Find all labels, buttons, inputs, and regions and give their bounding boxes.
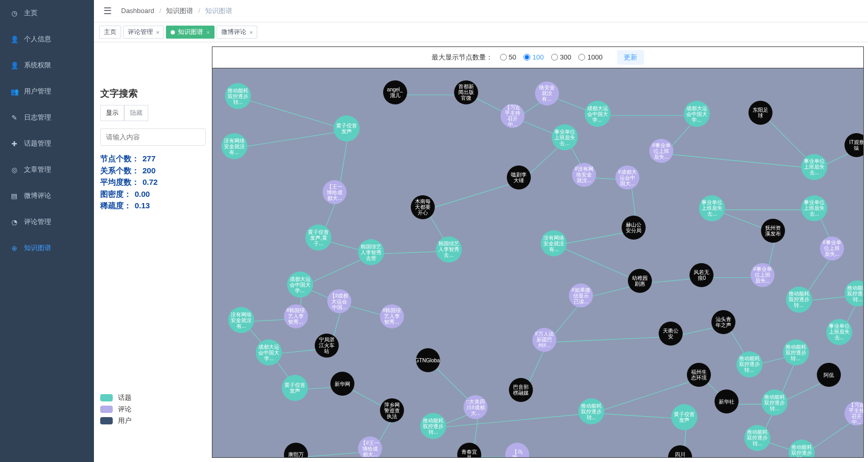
graph-node[interactable]: 推动能耗双控逐步转... [789,440,815,457]
graph-node[interactable]: 木南每天都要开心 [411,195,435,219]
graph-node[interactable]: angel_溜儿 [383,80,407,104]
graph-node[interactable]: #韩国综艺人李智秀... [284,304,308,328]
nav-label: 微博评论 [24,191,51,200]
graph-node[interactable]: 萍乡网警巡查执法 [380,398,404,422]
graph-node[interactable]: #没有网络安全就没... [572,163,596,187]
graph-node[interactable]: 【#王一博给成都大... [358,436,382,457]
graph-node[interactable]: 事业单位上班后失去... [801,154,827,180]
graph-node[interactable]: 【#成都大运会中国... [327,289,351,313]
graph-node[interactable]: IT观察猿 [845,133,863,157]
graph-node[interactable]: 宁局湛江火车站 [315,334,339,358]
nav-permission[interactable]: 👤系统权限 [0,52,94,78]
node-count-option-1000[interactable]: 1000 [578,53,602,61]
graph-node[interactable]: 成都大运会中国大学... [256,339,282,365]
hide-button[interactable]: 隐藏 [124,105,148,121]
graph-node[interactable]: 络安全就没有... [535,81,559,105]
graph-node[interactable]: 【王一博给成都大... [323,180,347,204]
graph-node[interactable]: 成都大运会中国大学... [287,271,313,298]
graph-node[interactable]: #事业单位上班后失... [751,263,775,287]
graph-node[interactable]: #如果微信显示已读... [569,283,593,307]
graph-node[interactable]: 没有网络安全就没有... [228,307,254,333]
graph-node[interactable]: 黄子佼首发声 [282,375,308,401]
show-hide-toggle[interactable]: 显示 隐藏 [100,105,206,121]
node-count-option-300[interactable]: 300 [551,53,572,61]
search-input[interactable] [100,128,206,146]
hamburger-icon[interactable]: ☰ [103,5,112,17]
graph-node[interactable]: 推动能耗双控逐步转... [578,398,604,424]
graph-node[interactable]: 新华社 [715,389,739,413]
graph-node[interactable]: 东阳足球 [748,101,772,125]
graph-node[interactable]: 事业单位上班后失去... [826,319,852,345]
graph-node[interactable]: 成都大运会中国大学... [585,101,611,127]
graph-node[interactable]: 推动能耗双控逐步转... [736,351,763,377]
tab-知识图谱[interactable]: 知识图谱× [166,26,214,39]
stat-value: 0.72 [142,176,158,188]
graph-node[interactable]: 汕头青年之声 [711,310,735,334]
nav-articles[interactable]: ◎文章管理 [0,157,94,183]
graph-node[interactable]: 黄子佼首发声 [671,404,697,430]
graph-node[interactable]: 【乌梁... [505,443,529,457]
graph-node[interactable]: 【习近平主持召开中... [501,104,525,128]
graph-node[interactable]: 首都新闻出版官微 [454,80,478,104]
graph-node[interactable]: 康熙万 [284,443,308,457]
graph-node[interactable]: 事业单位上班后失去... [699,195,725,221]
nav-users[interactable]: 👥用户管理 [0,78,94,104]
nav-logs[interactable]: ✎日志管理 [0,104,94,131]
node-count-option-50[interactable]: 50 [500,53,516,61]
tab-评论管理[interactable]: 评论管理× [123,26,164,39]
breadcrumb-b[interactable]: 知识图谱 [166,7,193,15]
graph-node[interactable]: 巴音郭楞融媒 [509,378,533,402]
graph-node[interactable]: #万人说新疆巴州#... [532,328,556,352]
nav-topics[interactable]: ✚话题管理 [0,131,94,157]
nav-profile[interactable]: 👤个人信息 [0,26,94,52]
graph-node[interactable]: 四川成... [668,445,692,457]
graph-node[interactable]: 阿侃 [817,363,841,387]
graph-node[interactable]: 事业单位上班后失去... [552,124,578,150]
graph-node[interactable]: 韩国综艺人李智秀去... [436,236,462,263]
graph-node[interactable]: 青春宜昌 [457,443,481,457]
graph-node[interactable]: 没有网络安全就没有... [541,230,567,256]
graph-node[interactable]: 推动能耗双控逐步转... [420,413,446,439]
graph-node[interactable]: 黄子佼首发声,黄子... [305,224,331,251]
nav-home[interactable]: ◷主页 [0,0,94,26]
graph-node[interactable]: 黄子佼首发声 [334,115,360,141]
graph-node[interactable]: #韩国综艺人李智秀... [380,304,404,328]
graph-node[interactable]: 推动能耗双控逐步转... [762,389,788,416]
graph-node[interactable]: 幼稚园剧惠 [628,269,652,293]
graph-node[interactable]: 抚州资溪发布 [761,219,785,243]
tab-主页[interactable]: 主页 [99,26,121,39]
close-icon[interactable]: × [156,29,159,35]
nav-kg[interactable]: ⊕知识图谱 [0,235,94,261]
graph-node[interactable]: CGTNGloba... [416,348,440,372]
graph-node[interactable]: #事业单位上班后失... [820,236,844,260]
graph-node[interactable]: 推动能耗双控逐步转... [845,280,863,306]
graph-node[interactable]: □大美四川#成都大... [463,395,487,419]
graph-node[interactable]: 成都大运会中国大学... [684,101,710,127]
nav-comments[interactable]: ◔评论管理 [0,209,94,235]
update-button[interactable]: 更新 [617,50,644,65]
node-count-option-100[interactable]: 100 [524,53,544,61]
graph-node[interactable]: 天衢公安 [659,322,683,346]
graph-node[interactable]: 风若无痕0 [689,263,714,287]
graph-node[interactable]: #成都大运会中国大... [615,165,639,189]
graph-node[interactable]: 推动能耗双控逐步转... [786,287,812,313]
graph-node[interactable]: 福州生态环境 [687,363,711,387]
show-button[interactable]: 显示 [100,105,124,121]
graph-node[interactable]: 推动能耗双控逐步转... [783,339,809,365]
close-icon[interactable]: × [206,29,209,35]
tab-微博评论[interactable]: 微博评论× [217,26,257,39]
nav-weibo[interactable]: ▤微博评论 [0,183,94,209]
graph-node[interactable]: 嗑剧李大锤 [507,165,531,189]
graph-node[interactable]: 赫山公安分局 [622,216,646,240]
graph-node[interactable]: 没有网络安全就没有... [221,133,247,159]
graph-node[interactable]: 事业单位上班后失去... [801,195,827,221]
graph-node[interactable]: 【习近平主持召开中... [845,401,863,425]
graph-node[interactable]: 韩国综艺人李智秀去世 [358,239,384,265]
graph-node[interactable]: 推动能耗双控逐步转... [225,83,251,109]
knowledge-graph[interactable]: 推动能耗双控逐步转...angel_溜儿首都新闻出版官微络安全就没有...成都大… [212,68,863,457]
graph-node[interactable]: 推动能耗双控逐步转... [744,425,770,451]
close-icon[interactable]: × [249,29,253,35]
graph-node[interactable]: 新华网 [330,372,354,396]
graph-node[interactable]: #事业单位上班后失... [649,139,673,163]
breadcrumb-a[interactable]: Dashboard [121,7,154,15]
